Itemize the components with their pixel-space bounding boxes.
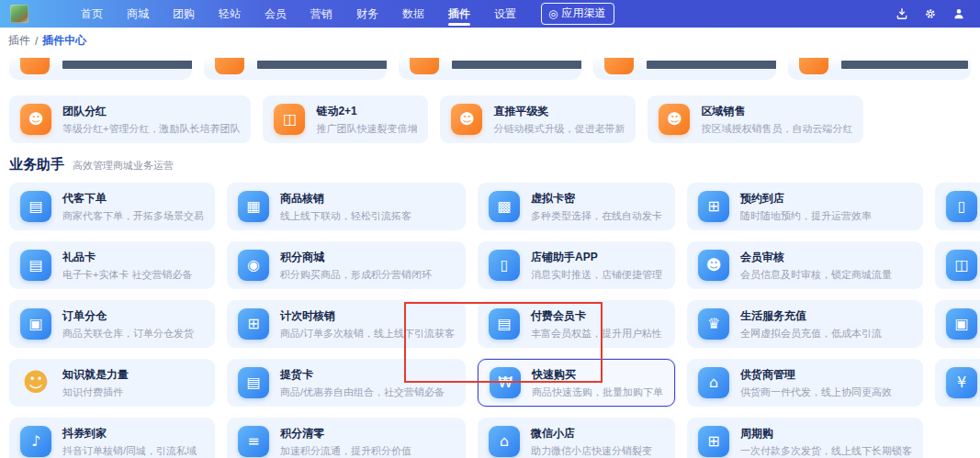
card-title: 知识就是力量 [62, 367, 129, 383]
card-title: 链动2+1 [316, 104, 417, 119]
nav-right-icons [896, 7, 965, 20]
nav-item-会员[interactable]: 会员 [253, 0, 299, 28]
nav-item-营销[interactable]: 营销 [299, 0, 344, 28]
card-title: 会员审核 [740, 250, 892, 265]
clipped-plugin-card[interactable] [593, 58, 776, 80]
card-qr-verify[interactable]: ▦商品核销线上线下联动，轻松引流拓客 [227, 183, 466, 230]
card-cycle-calendar[interactable]: ⊞周期购一次付款多次发货，线上线下长期锁客 [687, 418, 923, 458]
miniprogram-phone-icon: ▯ [946, 191, 977, 222]
card-calendar-clock[interactable]: ⊞预约到店随时随地预约，提升运营效率 [687, 183, 923, 230]
business-section-title: 业务助手 [9, 156, 64, 173]
points-lock-icon: ◉ [238, 250, 269, 281]
breadcrumb-current[interactable]: 插件中心 [42, 33, 86, 49]
card-emoji-face[interactable]: ☻知识就是力量知识付费插件 [9, 359, 215, 407]
card-description: 丰富会员权益，提升用户粘性 [531, 327, 662, 341]
cycle-calendar-icon: ⊞ [698, 426, 729, 457]
team-users-icon: ☻ [20, 104, 51, 135]
nav-item-首页[interactable]: 首页 [69, 0, 115, 28]
clipped-plugin-card[interactable] [399, 58, 581, 80]
card-description: 线上线下联动，轻松引流拓客 [280, 209, 411, 223]
card-title: 提货卡 [280, 367, 445, 383]
nav-item-轻站[interactable]: 轻站 [207, 0, 253, 28]
card-description: 电子卡+实体卡 社交营销必备 [62, 268, 192, 282]
calendar-verify-icon: ⊞ [238, 308, 269, 340]
card-points-clear[interactable]: ≡积分清零加速积分流通，提升积分价值 [227, 418, 466, 458]
clipped-plugin-card[interactable] [204, 58, 387, 80]
nav-item-商城[interactable]: 商城 [115, 0, 161, 28]
wechat-shop-icon: ⌂ [489, 426, 520, 457]
card-title: 快速购买 [532, 367, 663, 383]
pickup-card-icon: ▤ [238, 367, 269, 398]
card-title: 抖券到家 [62, 426, 197, 441]
clipped-card-title-bar [257, 61, 387, 69]
card-description: 商品/优惠券自由组合，社交营销必备 [280, 385, 445, 399]
nav-item-设置[interactable]: 设置 [482, 0, 528, 28]
card-miniprogram-phone[interactable]: ▯店铺助手小程序移动提升效率，管理实时掌控 [935, 183, 980, 230]
card-supplier-bag[interactable]: ⌂供货商管理供货商一件代发，线上协同更高效 [687, 359, 923, 407]
plugin-center-content: ☻团队分红等级分红+管理分红，激励队长培养团队◫链动2+1推广团队快速裂变倍增☻… [0, 58, 980, 458]
card-description: 商品关联仓库，订单分仓发货 [62, 327, 194, 341]
nav-item-团购[interactable]: 团购 [161, 0, 207, 28]
logo[interactable] [10, 5, 28, 23]
card-member-check[interactable]: ☻会员审核会员信息及时审核，锁定商城流量 [687, 241, 923, 289]
top-navbar: 首页商城团购轻站会员营销财务数据插件设置 ◎ 应用渠道 [0, 0, 980, 28]
card-pickup-card[interactable]: ▤提货卡商品/优惠券自由组合，社交营销必备 [227, 359, 466, 407]
card-card-grid[interactable]: ▩虚拟卡密多种类型选择，在线自动发卡 [478, 183, 675, 230]
nav-item-插件[interactable]: 插件 [436, 0, 482, 28]
card-description: 积分购买商品，形成积分营销闭环 [280, 268, 432, 282]
card-gift-card[interactable]: ▤礼品卡电子卡+实体卡 社交营销必备 [9, 241, 215, 289]
card-title: 代客下单 [62, 191, 204, 207]
card-parcel[interactable]: ◫一件代发免去中间成本，代理拿货发货必备 [935, 241, 980, 289]
gear-icon[interactable] [924, 7, 937, 20]
card-description: 商品/订单多次核销，线上线下引流获客 [280, 327, 455, 341]
card-description: 助力微信小店快速分销裂变 [531, 444, 652, 458]
card-person-pin[interactable]: ☻区域销售按区域授权销售员，自动云端分红 [648, 95, 863, 143]
download-icon[interactable] [896, 7, 908, 20]
card-description: 推广团队快速裂变倍增 [316, 122, 417, 136]
card-description: 消息实时推送，店铺便捷管理 [531, 268, 662, 282]
card-points-lock[interactable]: ◉积分商城积分购买商品，形成积分营销闭环 [227, 241, 466, 289]
points-clear-icon: ≡ [238, 426, 269, 457]
card-warehouse[interactable]: ▣订单分仓商品关联仓库，订单分仓发货 [9, 300, 215, 348]
card-calendar-verify[interactable]: ⊞计次时核销商品/订单多次核销，线上线下引流获客 [227, 300, 466, 348]
card-title: 周期购 [740, 426, 912, 441]
card-crown[interactable]: ♛生活服务充值全网虚拟会员充值，低成本引流 [687, 300, 923, 348]
card-description: 按区域授权销售员，自动云端分红 [701, 122, 852, 136]
card-description: 加速积分流通，提升积分价值 [280, 444, 411, 458]
cart-icon: ₩ [490, 367, 521, 398]
clipped-card-row [9, 58, 971, 80]
card-description: 商家代客下单，开拓多场景交易 [62, 209, 204, 223]
card-team-users[interactable]: ☻团队分红等级分红+管理分红，激励队长培养团队 [9, 95, 251, 143]
card-description: 商品快速选购，批量加购下单 [532, 385, 663, 399]
card-cart[interactable]: ₩快速购买商品快速选购，批量加购下单 [478, 359, 675, 407]
nav-item-数据[interactable]: 数据 [390, 0, 436, 28]
clipped-plugin-card[interactable] [788, 58, 971, 80]
card-person-star[interactable]: ☻直推平级奖分链动模式升级，促进老带新 [440, 95, 636, 143]
card-wechat-shop[interactable]: ⌂微信小店助力微信小店快速分销裂变 [478, 418, 675, 458]
card-vip-card[interactable]: ▤付费会员卡丰富会员权益，提升用户粘性 [478, 300, 675, 348]
card-linked-squares[interactable]: ◫链动2+1推广团队快速裂变倍增 [263, 95, 428, 143]
person-pin-icon: ☻ [659, 104, 690, 135]
card-tiktok-note[interactable]: ♪抖券到家抖音订单核销/同城，引流私域 [9, 418, 215, 458]
card-wholesale-boxes[interactable]: ▣批发商品满足批发需求，支持混批/一手设置 [935, 300, 980, 348]
card-split-payment[interactable]: ¥汇付分账助手线上自动打款分账，提升财务结算效率 [935, 359, 980, 407]
app-market-button[interactable]: ◎ 应用渠道 [541, 3, 614, 25]
clipped-card-icon [604, 58, 634, 74]
tiktok-note-icon: ♪ [20, 426, 51, 457]
card-title: 店铺助手APP [531, 250, 662, 265]
card-description: 知识付费插件 [62, 385, 129, 399]
breadcrumb-parent[interactable]: 插件 [8, 33, 30, 49]
clipped-card-icon [215, 58, 244, 74]
card-order-clipboard[interactable]: ▤代客下单商家代客下单，开拓多场景交易 [9, 183, 215, 230]
user-icon[interactable] [952, 7, 965, 20]
card-title: 积分清零 [280, 426, 411, 441]
card-description: 抖音订单核销/同城，引流私域 [62, 444, 197, 458]
qr-verify-icon: ▦ [238, 191, 269, 222]
nav-item-财务[interactable]: 财务 [344, 0, 390, 28]
card-title: 供货商管理 [740, 367, 892, 383]
card-app-phone[interactable]: ▯店铺助手APP消息实时推送，店铺便捷管理 [478, 241, 675, 289]
clipped-plugin-card[interactable] [9, 58, 192, 80]
card-title: 计次时核销 [280, 308, 455, 324]
card-title: 团队分红 [62, 104, 240, 119]
supplier-bag-icon: ⌂ [698, 367, 729, 398]
